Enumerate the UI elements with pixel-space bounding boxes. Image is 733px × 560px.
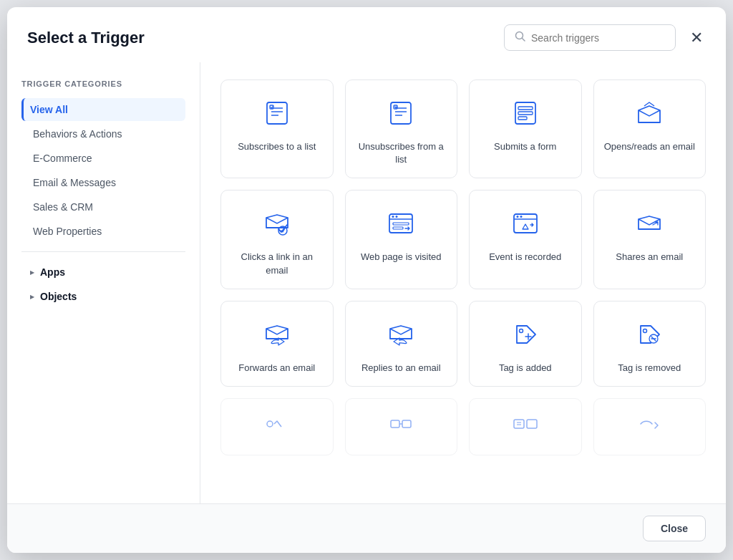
- trigger-card-forwards-email[interactable]: Forwards an email: [220, 301, 334, 387]
- trigger-label-web-page-visited: Web page is visited: [361, 251, 442, 264]
- trigger-card-shares-email[interactable]: Shares an email: [593, 190, 707, 289]
- trigger-card-opens-reads-email[interactable]: Opens/reads an email: [593, 79, 707, 178]
- svg-rect-23: [393, 227, 403, 229]
- trigger-card-unsubscribes-from-list[interactable]: Unsubscribes from a list: [345, 79, 458, 178]
- trigger-icon-list-remove: [382, 95, 419, 132]
- trigger-grid: Subscribes to a list Uns: [220, 79, 706, 455]
- modal-body: TRIGGER CATEGORIES View All Behaviors & …: [7, 62, 726, 503]
- trigger-label-submits-a-form: Submits a form: [494, 140, 556, 153]
- trigger-icon-email-share: [631, 205, 668, 242]
- trigger-icon-list-add: [258, 95, 296, 132]
- search-icon: [515, 31, 525, 44]
- svg-point-21: [396, 216, 398, 218]
- trigger-label-forwards-email: Forwards an email: [238, 362, 315, 375]
- modal-title: Select a Trigger: [27, 29, 145, 47]
- chevron-right-icon-2: ▸: [30, 292, 34, 301]
- search-box[interactable]: [504, 24, 676, 51]
- svg-point-26: [516, 216, 518, 218]
- sidebar-item-sales[interactable]: Sales & CRM: [21, 195, 185, 218]
- trigger-icon-form: [507, 95, 544, 132]
- sidebar-apps-label: Apps: [40, 266, 65, 278]
- trigger-icon-partial-1: [258, 413, 296, 435]
- trigger-card-subscribes-to-list[interactable]: Subscribes to a list: [220, 79, 334, 178]
- content-area: Subscribes to a list Uns: [200, 62, 726, 503]
- svg-rect-14: [518, 107, 533, 110]
- sidebar-item-behaviors[interactable]: Behaviors & Actions: [21, 122, 185, 145]
- trigger-card-clicks-link-email[interactable]: Clicks a link in an email: [220, 190, 334, 289]
- svg-rect-15: [518, 112, 533, 115]
- trigger-card-tag-removed[interactable]: Tag is removed: [593, 301, 707, 387]
- trigger-icon-email-reply: [382, 316, 419, 353]
- modal-footer: Close: [7, 503, 726, 553]
- sidebar-item-ecommerce[interactable]: E-Commerce: [21, 147, 185, 170]
- modal: Select a Trigger ✕ TRIGGER CATEGORIES Vi…: [7, 7, 726, 553]
- trigger-card-replies-email[interactable]: Replies to an email: [345, 301, 458, 387]
- search-input[interactable]: [531, 32, 665, 44]
- trigger-icon-partial-3: [507, 413, 544, 435]
- svg-rect-42: [527, 420, 537, 428]
- trigger-label-subscribes-to-list: Subscribes to a list: [238, 140, 316, 153]
- sidebar-item-objects[interactable]: ▸ Objects: [21, 285, 185, 308]
- trigger-icon-email-forward: [258, 316, 296, 353]
- trigger-label-event-recorded: Event is recorded: [489, 251, 561, 264]
- trigger-label-clicks-link-email: Clicks a link in an email: [230, 251, 324, 276]
- trigger-icon-webpage: [382, 205, 419, 242]
- sidebar-divider: [21, 251, 185, 252]
- trigger-icon-event: [507, 205, 544, 242]
- svg-point-31: [644, 329, 647, 332]
- sidebar-item-apps[interactable]: ▸ Apps: [21, 261, 185, 284]
- trigger-card-submits-a-form[interactable]: Submits a form: [469, 79, 582, 178]
- svg-point-27: [520, 216, 522, 218]
- sidebar-item-web[interactable]: Web Properties: [21, 220, 185, 243]
- modal-header: Select a Trigger ✕: [7, 7, 726, 62]
- trigger-icon-partial-4: [631, 413, 668, 435]
- trigger-card-tag-added[interactable]: Tag is added: [469, 301, 582, 387]
- close-button[interactable]: Close: [643, 516, 706, 541]
- sidebar: TRIGGER CATEGORIES View All Behaviors & …: [7, 62, 200, 503]
- trigger-icon-email-open: [631, 95, 668, 132]
- svg-point-28: [519, 329, 523, 332]
- trigger-label-shares-email: Shares an email: [616, 251, 683, 264]
- close-icon-button[interactable]: ✕: [687, 27, 706, 49]
- trigger-card-web-page-visited[interactable]: Web page is visited: [345, 190, 458, 289]
- trigger-card-partial-4[interactable]: [593, 398, 707, 455]
- chevron-right-icon: ▸: [30, 268, 34, 277]
- trigger-card-partial-1[interactable]: [220, 398, 334, 455]
- header-right: ✕: [504, 24, 706, 51]
- trigger-card-event-recorded[interactable]: Event is recorded: [469, 190, 582, 289]
- svg-rect-36: [391, 420, 399, 428]
- trigger-icon-tag-add: [507, 316, 544, 353]
- trigger-label-tag-removed: Tag is removed: [618, 362, 681, 375]
- svg-rect-16: [518, 117, 527, 120]
- svg-rect-22: [393, 223, 409, 225]
- trigger-label-tag-added: Tag is added: [499, 362, 552, 375]
- trigger-icon-email-click: [258, 205, 296, 242]
- svg-rect-37: [402, 420, 411, 428]
- trigger-card-partial-3[interactable]: [469, 398, 582, 455]
- trigger-icon-partial-2: [382, 413, 419, 435]
- svg-rect-39: [514, 420, 524, 428]
- sidebar-item-view-all[interactable]: View All: [21, 98, 185, 121]
- sidebar-objects-label: Objects: [40, 291, 77, 302]
- trigger-label-unsubscribes-from-list: Unsubscribes from a list: [354, 140, 449, 166]
- trigger-card-partial-2[interactable]: [345, 398, 458, 455]
- svg-point-20: [392, 216, 394, 218]
- trigger-label-opens-reads-email: Opens/reads an email: [604, 140, 695, 153]
- svg-line-1: [523, 39, 525, 42]
- svg-point-35: [267, 421, 273, 427]
- trigger-icon-tag-remove: [631, 316, 668, 353]
- sidebar-item-email[interactable]: Email & Messages: [21, 171, 185, 194]
- trigger-label-replies-email: Replies to an email: [361, 362, 441, 375]
- sidebar-section-title: TRIGGER CATEGORIES: [21, 79, 185, 88]
